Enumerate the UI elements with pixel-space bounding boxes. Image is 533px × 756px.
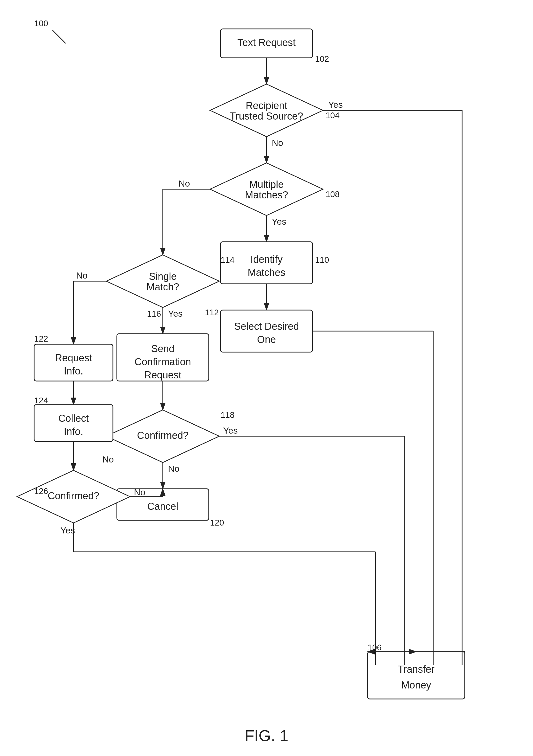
confirmed-126-label: Confirmed?	[48, 490, 99, 501]
select-desired-label2: One	[257, 334, 276, 345]
identify-matches-ref: 110	[315, 255, 329, 265]
yes-label-118: Yes	[223, 425, 238, 435]
request-info-ref: 122	[34, 334, 48, 343]
diagram-ref: 100	[34, 19, 48, 28]
figure-label: FIG. 1	[245, 727, 289, 744]
no-label-118-left: No	[102, 454, 114, 464]
collect-info-ref: 124	[34, 396, 48, 405]
send-conf-label3: Request	[144, 369, 181, 381]
transfer-money-box	[368, 652, 465, 699]
svg-line-1	[53, 30, 66, 43]
confirmed-126-ref: 126	[34, 486, 48, 496]
multiple-matches-label1: Multiple	[249, 179, 284, 190]
yes-label-108: Yes	[272, 217, 286, 227]
send-conf-label2: Confirmation	[135, 356, 191, 367]
single-match-label1: Single	[149, 271, 177, 282]
multiple-matches-ref: 108	[326, 189, 340, 199]
no-label-104: No	[272, 138, 283, 148]
recipient-trusted-label1: Recipient	[246, 100, 288, 111]
no-label-108: No	[179, 178, 190, 188]
send-conf-label1: Send	[151, 343, 175, 354]
no-label-114: No	[76, 270, 88, 281]
yes-label-104: Yes	[328, 99, 343, 110]
confirmed-118-ref: 118	[220, 410, 235, 419]
no-label-118: No	[168, 464, 179, 473]
send-conf-ref-arrow: 116	[147, 309, 161, 318]
request-info-label2: Info.	[64, 365, 83, 377]
identify-matches-label2: Matches	[248, 267, 285, 278]
transfer-money-ref: 106	[368, 643, 382, 652]
transfer-money-label1: Transfer	[398, 664, 435, 675]
text-request-ref: 102	[315, 54, 329, 64]
text-request-label: Text Request	[237, 37, 296, 48]
request-info-label1: Request	[55, 352, 92, 364]
recipient-trusted-label2: Trusted Source?	[230, 111, 303, 122]
multiple-matches-label2: Matches?	[245, 189, 288, 201]
flowchart-diagram: 100 Text Request 102 Recipient Trusted S…	[0, 0, 533, 756]
collect-info-label1: Collect	[58, 413, 89, 424]
select-desired-ref: 112	[205, 308, 219, 317]
collect-info-label2: Info.	[64, 426, 83, 437]
confirmed-118-label: Confirmed?	[137, 430, 189, 441]
yes-label-126: Yes	[61, 525, 75, 535]
select-desired-label1: Select Desired	[234, 321, 299, 332]
no-label-126: No	[134, 487, 145, 497]
identify-matches-label1: Identify	[250, 254, 283, 265]
single-match-label2: Match?	[146, 282, 179, 292]
cancel-label: Cancel	[147, 501, 178, 512]
recipient-trusted-ref: 104	[326, 111, 340, 120]
yes-label-114: Yes	[168, 309, 183, 318]
transfer-money-label2: Money	[401, 680, 431, 690]
single-match-ref: 114	[220, 255, 235, 265]
cancel-ref: 120	[210, 518, 224, 527]
